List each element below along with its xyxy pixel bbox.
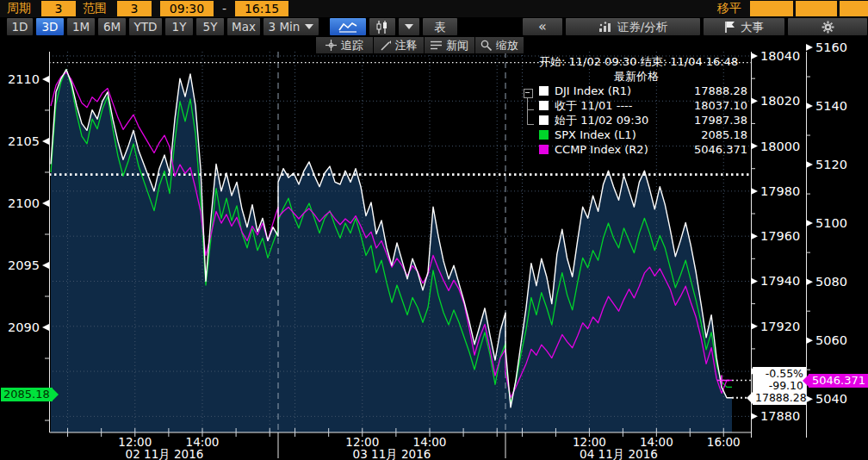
pencil-icon bbox=[381, 40, 391, 51]
tick-arrow-icon bbox=[42, 76, 49, 83]
r2-tick-label: 5140 bbox=[815, 99, 847, 113]
tick-arrow-icon bbox=[751, 143, 758, 150]
tick-arrow-icon bbox=[806, 103, 813, 109]
crosshair-icon bbox=[326, 40, 337, 51]
tick-arrow-icon bbox=[751, 277, 758, 284]
r1-tick-label: 17960 bbox=[760, 229, 800, 243]
legend-row-session-open[interactable]: 始于 11/02 09:30 17987.38 bbox=[517, 113, 747, 127]
tick-arrow-icon bbox=[751, 53, 758, 59]
tick-arrow-icon bbox=[751, 323, 758, 330]
spx-last-price-badge: 2085.18 bbox=[1, 388, 53, 401]
r1-tick-label: 17920 bbox=[760, 320, 800, 333]
r1-tick-label: 18020 bbox=[760, 94, 800, 108]
date-label: 04 11月 2016 bbox=[580, 447, 658, 460]
date-label: 02 11月 2016 bbox=[126, 447, 204, 460]
date-label: 03 11月 2016 bbox=[353, 447, 431, 460]
tick-arrow-icon bbox=[42, 324, 49, 331]
tick-arrow-icon bbox=[42, 262, 49, 269]
tick-arrow-icon bbox=[751, 97, 758, 104]
r1-tick-label: 18000 bbox=[760, 140, 800, 153]
tick-arrow-icon bbox=[806, 161, 813, 168]
legend-row-dji[interactable]: DJI Index (R1) 17888.28 bbox=[517, 84, 747, 98]
r1-tick-label: 17980 bbox=[760, 184, 800, 198]
tick-arrow-icon bbox=[42, 200, 49, 207]
dji-swatch-icon bbox=[539, 86, 549, 96]
prev-close-swatch-icon bbox=[539, 101, 549, 110]
r2-tick-label: 5080 bbox=[815, 275, 847, 289]
news-button[interactable]: 新闻 bbox=[425, 37, 474, 53]
dji-net-change: -99.10 bbox=[755, 380, 803, 392]
l1-tick-label: 2105 bbox=[8, 134, 40, 148]
l1-tick-label: 2110 bbox=[8, 72, 40, 86]
r1-tick-label: 18040 bbox=[760, 49, 800, 63]
tick-arrow-icon bbox=[806, 44, 813, 51]
session-open-swatch-icon bbox=[539, 115, 549, 125]
legend-date-range: 开始: 11/02 09:30 结束: 11/04 16:48 bbox=[517, 54, 747, 69]
legend-row-spx[interactable]: SPX Index (L1) 2085.18 bbox=[517, 127, 747, 142]
news-lines-icon bbox=[431, 40, 442, 50]
tick-arrow-icon bbox=[751, 233, 758, 239]
tick-arrow-icon bbox=[806, 395, 813, 402]
zoom-button[interactable]: 缩放 bbox=[475, 37, 524, 53]
chart-legend: 开始: 11/02 09:30 结束: 11/04 16:48 最新价格 DJI… bbox=[517, 54, 747, 157]
tick-arrow-icon bbox=[42, 138, 49, 145]
r2-tick-label: 5040 bbox=[815, 392, 847, 406]
terminal-window: 2110210521002095209018040180201800017980… bbox=[0, 0, 868, 460]
tick-arrow-icon bbox=[806, 337, 813, 344]
spx-swatch-icon bbox=[539, 130, 549, 140]
magnifier-icon bbox=[480, 40, 492, 51]
tick-arrow-icon bbox=[751, 188, 758, 195]
l1-tick-label: 2090 bbox=[8, 320, 40, 334]
tick-arrow-icon bbox=[751, 413, 758, 420]
legend-row-prev-close[interactable]: 收于 11/01 ---- 18037.10 bbox=[517, 98, 747, 113]
time-label: 16:00 bbox=[707, 435, 741, 449]
r2-tick-label: 5060 bbox=[815, 333, 847, 347]
r2-tick-label: 5120 bbox=[815, 158, 847, 171]
dji-last-price-badge: -0.55% -99.10 17888.28 bbox=[753, 367, 806, 405]
ccmp-swatch-icon bbox=[539, 145, 549, 154]
track-button[interactable]: 追踪 bbox=[316, 37, 373, 53]
ccmp-last-price-badge: 5046.371 bbox=[809, 374, 868, 388]
l1-tick-label: 2100 bbox=[8, 196, 40, 210]
legend-row-ccmp[interactable]: CCMP Index (R2) 5046.371 bbox=[517, 142, 747, 157]
r1-tick-label: 17880 bbox=[760, 409, 800, 423]
dji-pct-change: -0.55% bbox=[755, 368, 803, 380]
l1-tick-label: 2095 bbox=[8, 258, 40, 272]
r2-tick-label: 5100 bbox=[815, 216, 847, 230]
r2-tick-label: 5160 bbox=[815, 40, 847, 54]
annotate-button[interactable]: 注释 bbox=[374, 37, 424, 53]
tick-arrow-icon bbox=[806, 278, 813, 285]
tick-arrow-icon bbox=[806, 220, 813, 227]
legend-tree-expander[interactable] bbox=[524, 89, 533, 98]
chart-tools-bar: 追踪 注释 新闻 缩放 bbox=[315, 37, 524, 53]
legend-latest-price-label: 最新价格 bbox=[517, 69, 747, 84]
dji-last-price: 17888.28 bbox=[755, 392, 803, 404]
r1-tick-label: 17940 bbox=[760, 274, 800, 288]
